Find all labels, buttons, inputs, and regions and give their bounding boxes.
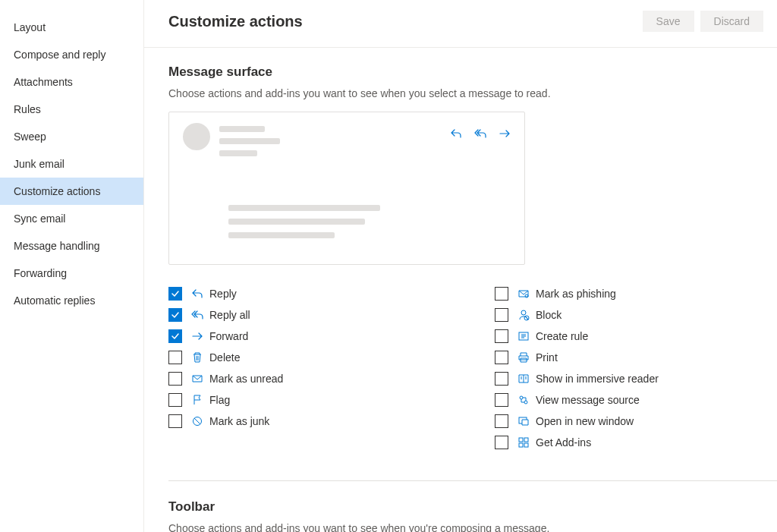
checkbox-block[interactable] — [495, 308, 508, 322]
action-row-delete: Delete — [168, 347, 464, 368]
action-row-reply: Reply — [168, 283, 464, 304]
header: Customize actions Save Discard — [144, 0, 777, 48]
action-label: Mark as junk — [209, 415, 269, 427]
action-label: Reply — [209, 288, 237, 300]
rule-icon — [517, 330, 530, 342]
content-area: Message surface Choose actions and add-i… — [144, 48, 777, 532]
message-preview-card — [168, 112, 525, 265]
action-label: Show in immersive reader — [536, 373, 659, 385]
sidebar-item-compose-and-reply[interactable]: Compose and reply — [0, 41, 143, 68]
section-desc-toolbar: Choose actions and add-ins you want to s… — [168, 522, 777, 532]
checkbox-delete[interactable] — [168, 351, 182, 364]
action-label: Get Add-ins — [536, 436, 591, 449]
junk-icon — [191, 415, 203, 427]
reply-all-icon — [474, 127, 486, 140]
phishing-icon — [517, 288, 530, 300]
addins-icon — [517, 436, 530, 449]
checkbox-flag[interactable] — [168, 393, 182, 407]
save-button[interactable]: Save — [643, 11, 694, 32]
section-title-message-surface: Message surface — [168, 65, 777, 80]
section-title-toolbar: Toolbar — [168, 499, 777, 515]
action-label: Forward — [209, 330, 248, 342]
action-row-open-in-new-window: Open in new window — [495, 411, 777, 432]
svg-rect-11 — [524, 443, 528, 447]
action-label: Delete — [209, 351, 240, 364]
action-label: Open in new window — [536, 415, 634, 427]
checkbox-print[interactable] — [495, 351, 508, 364]
action-label: Mark as unread — [209, 373, 283, 385]
print-icon — [517, 351, 530, 364]
action-row-block: Block — [495, 304, 777, 326]
svg-point-6 — [524, 401, 527, 404]
action-row-get-add-ins: Get Add-ins — [495, 432, 777, 453]
action-label: View message source — [536, 394, 640, 406]
action-row-mark-as-phishing: Mark as phishing — [495, 283, 777, 304]
forward-icon — [499, 127, 511, 140]
action-label: Flag — [209, 394, 230, 406]
sidebar-item-automatic-replies[interactable]: Automatic replies — [0, 287, 143, 314]
checkbox-reply[interactable] — [168, 287, 182, 301]
checkbox-reply-all[interactable] — [168, 308, 182, 322]
avatar-placeholder — [183, 123, 210, 150]
action-label: Create rule — [536, 330, 588, 342]
checkbox-forward[interactable] — [168, 329, 182, 343]
reply-icon — [191, 288, 203, 300]
close-button[interactable] — [772, 9, 777, 33]
action-row-create-rule: Create rule — [495, 326, 777, 347]
sidebar-item-junk-email[interactable]: Junk email — [0, 150, 143, 178]
svg-rect-8 — [519, 438, 523, 442]
checkbox-view-message-source[interactable] — [495, 393, 508, 407]
action-row-reply-all: Reply all — [168, 304, 464, 326]
source-icon — [517, 394, 530, 406]
discard-button[interactable]: Discard — [700, 11, 763, 32]
section-desc-message-surface: Choose actions and add-ins you want to s… — [168, 87, 777, 99]
checkbox-mark-as-phishing[interactable] — [495, 287, 508, 301]
svg-rect-10 — [519, 443, 523, 447]
svg-point-5 — [520, 396, 523, 399]
sidebar-item-message-handling[interactable]: Message handling — [0, 232, 143, 260]
action-row-flag: Flag — [168, 389, 464, 411]
flag-icon — [191, 394, 203, 406]
action-row-show-in-immersive-reader: Show in immersive reader — [495, 368, 777, 389]
checkbox-mark-as-junk[interactable] — [168, 414, 182, 428]
sidebar-item-layout[interactable]: Layout — [0, 14, 143, 41]
actions-column-right: Mark as phishingBlockCreate rulePrintSho… — [495, 283, 777, 453]
svg-point-2 — [521, 310, 526, 315]
checkbox-mark-as-unread[interactable] — [168, 372, 182, 386]
svg-rect-9 — [524, 438, 528, 442]
action-row-mark-as-unread: Mark as unread — [168, 368, 464, 389]
sidebar-item-sweep[interactable]: Sweep — [0, 123, 143, 150]
sidebar-item-customize-actions[interactable]: Customize actions — [0, 178, 143, 205]
page-title: Customize actions — [168, 13, 303, 30]
reply-icon — [450, 127, 462, 140]
replyall-icon — [191, 309, 203, 321]
checkbox-create-rule[interactable] — [495, 329, 508, 343]
action-label: Reply all — [209, 309, 250, 321]
unread-icon — [191, 373, 203, 385]
forward-icon — [191, 330, 203, 342]
checkbox-show-in-immersive-reader[interactable] — [495, 372, 508, 386]
checkbox-get-add-ins[interactable] — [495, 436, 508, 449]
delete-icon — [191, 351, 203, 364]
section-divider — [168, 480, 777, 481]
sidebar-item-sync-email[interactable]: Sync email — [0, 205, 143, 232]
action-row-view-message-source: View message source — [495, 389, 777, 411]
checkbox-open-in-new-window[interactable] — [495, 414, 508, 428]
settings-sidebar: LayoutCompose and replyAttachmentsRulesS… — [0, 0, 144, 532]
action-label: Print — [536, 351, 558, 364]
actions-column-left: ReplyReply allForwardDeleteMark as unrea… — [168, 283, 464, 453]
reader-icon — [517, 373, 530, 385]
action-label: Block — [536, 309, 562, 321]
action-row-mark-as-junk: Mark as junk — [168, 411, 464, 432]
action-label: Mark as phishing — [536, 288, 616, 300]
window-icon — [517, 415, 530, 427]
sidebar-item-forwarding[interactable]: Forwarding — [0, 260, 143, 287]
sidebar-item-rules[interactable]: Rules — [0, 96, 143, 123]
block-icon — [517, 309, 530, 321]
sidebar-item-attachments[interactable]: Attachments — [0, 68, 143, 96]
action-row-forward: Forward — [168, 326, 464, 347]
action-row-print: Print — [495, 347, 777, 368]
